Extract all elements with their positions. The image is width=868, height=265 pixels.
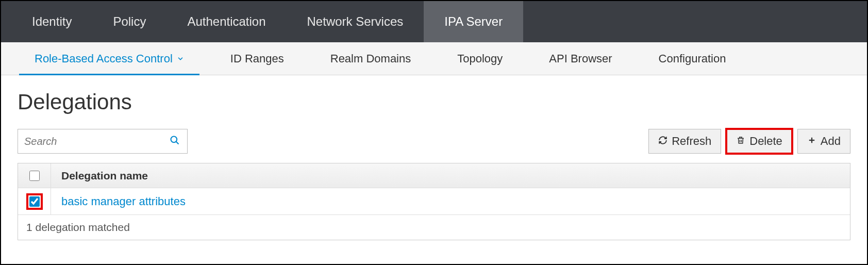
delete-label: Delete — [749, 135, 782, 148]
subnav-item-id-ranges[interactable]: ID Ranges — [207, 42, 307, 75]
header-checkbox-cell — [18, 163, 51, 188]
search-icon — [170, 135, 180, 148]
trash-icon — [736, 135, 745, 148]
add-button[interactable]: Add — [797, 129, 850, 154]
row-checkbox[interactable] — [29, 196, 40, 207]
topnav-item-identity[interactable]: Identity — [11, 1, 92, 42]
table-header-row: Delegation name — [18, 163, 850, 188]
subnav-item-rbac[interactable]: Role-Based Access Control — [11, 42, 207, 75]
delegation-link[interactable]: basic manager attributes — [61, 195, 186, 208]
page-title: Delegations — [18, 90, 850, 114]
topnav-item-authentication[interactable]: Authentication — [166, 1, 286, 42]
select-all-checkbox[interactable] — [29, 171, 40, 181]
subnav-item-configuration[interactable]: Configuration — [636, 42, 749, 75]
refresh-label: Refresh — [672, 135, 711, 148]
delegations-table: Delegation name basic manager attributes… — [18, 163, 850, 240]
refresh-icon — [658, 135, 667, 148]
sub-nav: Role-Based Access Control ID Ranges Real… — [1, 42, 867, 75]
svg-point-0 — [171, 136, 177, 142]
subnav-item-api-browser[interactable]: API Browser — [526, 42, 635, 75]
table-footer: 1 delegation matched — [18, 215, 850, 240]
topnav-item-policy[interactable]: Policy — [92, 1, 166, 42]
topnav-item-network-services[interactable]: Network Services — [287, 1, 424, 42]
chevron-down-icon — [177, 52, 184, 65]
topnav-item-ipa-server[interactable]: IPA Server — [424, 1, 523, 42]
svg-line-1 — [176, 141, 179, 144]
subnav-item-topology[interactable]: Topology — [434, 42, 526, 75]
top-nav: Identity Policy Authentication Network S… — [1, 1, 867, 42]
column-header-name[interactable]: Delegation name — [51, 170, 850, 182]
plus-icon — [807, 135, 816, 148]
content-area: Delegations Refresh Delete — [1, 75, 867, 251]
add-label: Add — [821, 135, 841, 148]
row-checkbox-cell — [18, 188, 51, 214]
row-checkbox-highlight — [26, 193, 43, 210]
table-footer-text: 1 delegation matched — [26, 221, 130, 234]
table-row: basic manager attributes — [18, 188, 850, 215]
toolbar: Refresh Delete Add — [18, 129, 850, 154]
search-input[interactable] — [18, 129, 162, 153]
search-box — [18, 129, 188, 154]
row-name-cell: basic manager attributes — [51, 195, 850, 208]
search-button[interactable] — [162, 129, 187, 153]
refresh-button[interactable]: Refresh — [648, 129, 721, 154]
subnav-item-realm-domains[interactable]: Realm Domains — [307, 42, 435, 75]
delete-button[interactable]: Delete — [726, 129, 792, 154]
